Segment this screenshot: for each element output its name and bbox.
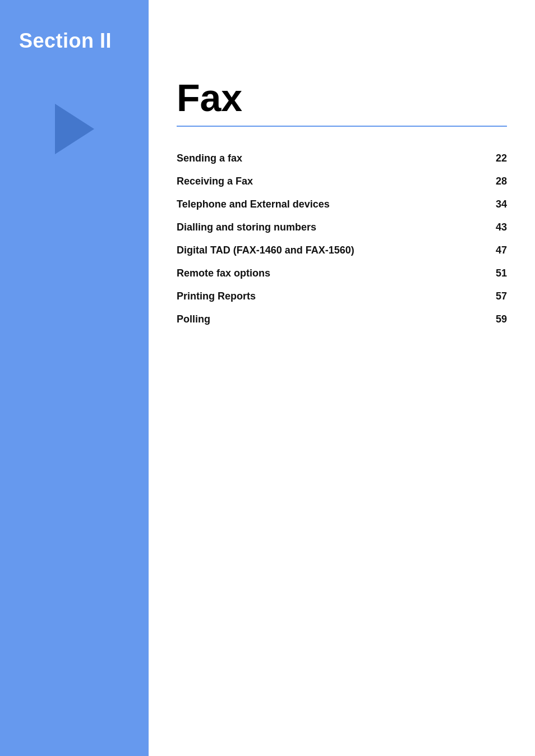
toc-item-page: 47	[473, 239, 507, 262]
table-row: Printing Reports57	[177, 285, 507, 308]
main-content: Fax Sending a fax22Receiving a Fax28Tele…	[149, 0, 535, 756]
toc-item-page: 43	[473, 216, 507, 239]
toc-item-page: 22	[473, 147, 507, 170]
toc-item-label: Sending a fax	[177, 147, 473, 170]
chapter-title: Fax	[177, 79, 507, 117]
table-row: Dialling and storing numbers43	[177, 216, 507, 239]
toc-item-label: Polling	[177, 308, 473, 331]
toc-item-page: 28	[473, 170, 507, 193]
table-row: Polling59	[177, 308, 507, 331]
toc-table: Sending a fax22Receiving a Fax28Telephon…	[177, 147, 507, 331]
toc-item-label: Dialling and storing numbers	[177, 216, 473, 239]
toc-item-label: Digital TAD (FAX-1460 and FAX-1560)	[177, 239, 473, 262]
table-row: Receiving a Fax28	[177, 170, 507, 193]
arrow-icon	[55, 104, 94, 154]
toc-item-page: 59	[473, 308, 507, 331]
chapter-divider	[177, 126, 507, 127]
table-row: Digital TAD (FAX-1460 and FAX-1560)47	[177, 239, 507, 262]
table-row: Telephone and External devices34	[177, 193, 507, 216]
toc-item-label: Telephone and External devices	[177, 193, 473, 216]
table-row: Sending a fax22	[177, 147, 507, 170]
toc-item-page: 51	[473, 262, 507, 285]
section-title: Section II	[19, 29, 112, 52]
toc-item-page: 57	[473, 285, 507, 308]
toc-item-label: Receiving a Fax	[177, 170, 473, 193]
sidebar: Section II	[0, 0, 149, 756]
toc-item-page: 34	[473, 193, 507, 216]
table-row: Remote fax options51	[177, 262, 507, 285]
toc-item-label: Printing Reports	[177, 285, 473, 308]
toc-item-label: Remote fax options	[177, 262, 473, 285]
